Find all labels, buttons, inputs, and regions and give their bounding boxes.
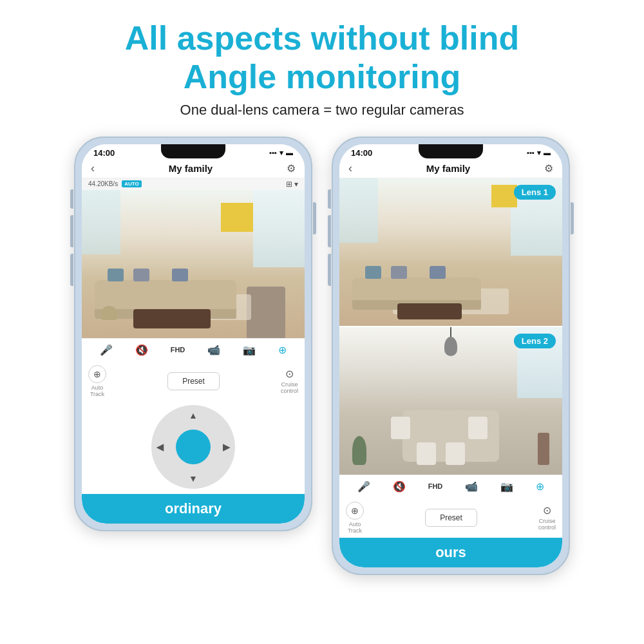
- lens1-view: Lens 1: [339, 178, 562, 327]
- signal-icon: ▪▪▪: [269, 149, 277, 156]
- yellow-art-left: [221, 203, 253, 232]
- ptz-section-left: ⊕ AutoTrack Preset ⊙ Cruisecontrol: [82, 360, 305, 401]
- camera-view-right: Lens 1: [339, 178, 562, 475]
- controls-bar-left: 🎤 🔇 FHD 📹 📷 ⊕: [82, 338, 305, 360]
- pillow-lens1-2: [391, 266, 407, 279]
- dots-icon-left[interactable]: ⊕: [278, 344, 287, 356]
- coffee-table-left: [133, 309, 211, 328]
- record-icon-right[interactable]: 📹: [465, 480, 478, 493]
- room-bg-lens1: [339, 178, 562, 326]
- cruise-label-right: Cruisecontrol: [538, 518, 556, 531]
- wifi-icon-r: ▾: [537, 149, 541, 157]
- cruise-label-left: Cruisecontrol: [281, 381, 298, 394]
- settings-button-right[interactable]: ⚙: [544, 162, 553, 175]
- auto-track-label-left: AutoTrack: [90, 384, 104, 397]
- phone-right-statusbar: 14:00 ▪▪▪ ▾ ▬: [339, 144, 562, 159]
- pillow2: [133, 269, 149, 281]
- cruise-icon-right[interactable]: ⊙: [543, 504, 551, 516]
- phone-right: 14:00 ▪▪▪ ▾ ▬ ‹ My family ⚙: [332, 137, 570, 575]
- speed-bar-left: 44.20KB/s AUTO ⊞ ▾: [82, 178, 305, 190]
- record-icon-left[interactable]: 📹: [207, 344, 220, 356]
- mic-icon-right[interactable]: 🎤: [357, 480, 370, 493]
- settings-button-left[interactable]: ⚙: [287, 162, 296, 175]
- speed-value: 44.20KB/s: [88, 180, 118, 187]
- auto-track-icon-right[interactable]: ⊕: [346, 502, 364, 520]
- fhd-label-left[interactable]: FHD: [171, 346, 185, 354]
- controls-bar-right: 🎤 🔇 FHD 📹 📷 ⊕: [339, 475, 562, 497]
- phone-left: 14:00 ▪▪▪ ▾ ▬ ‹ My family ⚙ 44.20KB/s: [74, 137, 312, 531]
- auto-track-item-left: ⊕ AutoTrack: [88, 365, 106, 397]
- phone-right-nav: ‹ My family ⚙: [339, 159, 562, 178]
- header: All aspects without blind Angle monitori…: [112, 0, 532, 125]
- lens2-badge: Lens 2: [514, 334, 556, 348]
- auto-track-icon-left[interactable]: ⊕: [88, 365, 106, 383]
- phone-right-nav-title: My family: [426, 163, 470, 174]
- ptz-section-right: ⊕ AutoTrack Preset ⊙ Cruisecontrol: [339, 497, 562, 538]
- cruise-item-left: ⊙ Cruisecontrol: [281, 368, 298, 394]
- auto-track-item-right: ⊕ AutoTrack: [346, 502, 364, 534]
- preset-button-right[interactable]: Preset: [425, 509, 477, 527]
- phones-row: 14:00 ▪▪▪ ▾ ▬ ‹ My family ⚙ 44.20KB/s: [0, 137, 644, 575]
- pillow1: [108, 269, 124, 281]
- lens2-view: Lens 2: [339, 327, 562, 475]
- phone-left-status-icons: ▪▪▪ ▾ ▬: [269, 149, 293, 157]
- chair2: [468, 417, 488, 439]
- phone-right-status-icons: ▪▪▪ ▾ ▬: [527, 149, 551, 157]
- phone-right-inner: 14:00 ▪▪▪ ▾ ▬ ‹ My family ⚙: [339, 144, 562, 567]
- battery-icon: ▬: [286, 149, 293, 156]
- phone-right-label: ours: [339, 538, 562, 567]
- auto-badge: AUTO: [122, 180, 142, 187]
- back-button-right[interactable]: ‹: [348, 162, 352, 175]
- yellow-art-lens1: [491, 185, 517, 207]
- phone-left-notch: [161, 144, 225, 158]
- dpad-center-left[interactable]: [176, 430, 211, 464]
- header-title: All aspects without blind Angle monitori…: [125, 19, 519, 97]
- cruise-item-right: ⊙ Cruisecontrol: [538, 504, 556, 531]
- phone-left-time: 14:00: [93, 148, 115, 158]
- snapshot-icon-right[interactable]: 📷: [500, 480, 513, 493]
- signal-icon-r: ▪▪▪: [527, 149, 535, 156]
- dpad-left-left[interactable]: ◀: [156, 442, 164, 452]
- coffee-table-lens1: [397, 303, 462, 319]
- dots-icon-right[interactable]: ⊕: [536, 480, 544, 493]
- phone-left-nav-title: My family: [169, 163, 213, 174]
- room-bg-lens2: [339, 327, 562, 475]
- phone-right-notch: [419, 144, 483, 158]
- camera-view-left: [82, 190, 305, 338]
- mute-icon-right[interactable]: 🔇: [393, 480, 406, 493]
- chair4: [446, 442, 465, 465]
- window-left-lens1: [339, 178, 378, 243]
- mic-icon-left[interactable]: 🎤: [100, 344, 113, 356]
- dpad-right-left[interactable]: ▶: [223, 442, 230, 452]
- battery-icon-r: ▬: [544, 149, 551, 156]
- back-button-left[interactable]: ‹: [91, 162, 95, 175]
- pillow3: [172, 269, 188, 281]
- phone-right-time: 14:00: [351, 148, 372, 158]
- dpad-section-left: ▲ ▼ ◀ ▶: [82, 401, 305, 494]
- room-bg-left: [82, 190, 305, 338]
- window-left-left: [82, 190, 120, 254]
- chair3: [417, 442, 436, 465]
- dpad-left: ▲ ▼ ◀ ▶: [151, 405, 235, 489]
- dpad-down-left[interactable]: ▼: [189, 473, 198, 484]
- preset-button-left[interactable]: Preset: [167, 372, 220, 390]
- fireplace-left: [247, 287, 285, 338]
- dpad-up-left[interactable]: ▲: [189, 410, 198, 421]
- mute-icon-left[interactable]: 🔇: [135, 344, 148, 356]
- phone-left-inner: 14:00 ▪▪▪ ▾ ▬ ‹ My family ⚙ 44.20KB/s: [82, 144, 305, 524]
- plant: [352, 436, 366, 465]
- window-right-left: [253, 190, 305, 267]
- chair1: [391, 417, 410, 439]
- page-container: All aspects without blind Angle monitori…: [0, 0, 644, 644]
- phone-left-nav: ‹ My family ⚙: [82, 159, 305, 178]
- fhd-label-right[interactable]: FHD: [428, 482, 443, 490]
- cruise-icon-left[interactable]: ⊙: [285, 368, 294, 380]
- phone-left-statusbar: 14:00 ▪▪▪ ▾ ▬: [82, 144, 305, 159]
- pendant-lens2: [444, 337, 457, 356]
- auto-track-label-right: AutoTrack: [348, 521, 362, 534]
- snapshot-icon-left[interactable]: 📷: [243, 344, 256, 356]
- phone-left-label: ordinary: [82, 494, 305, 524]
- wifi-icon: ▾: [279, 149, 283, 157]
- pillow-lens1-3: [430, 266, 446, 279]
- layout-icon: ⊞ ▾: [286, 180, 298, 189]
